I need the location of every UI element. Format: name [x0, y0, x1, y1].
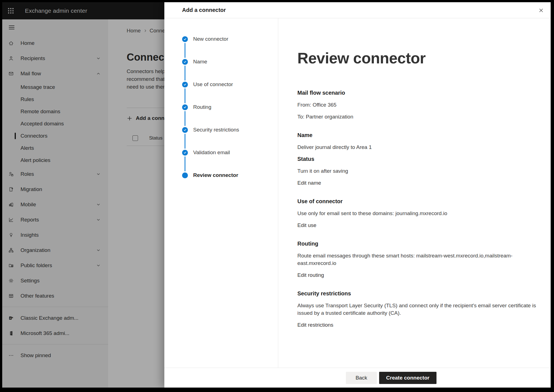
- step-label: Routing: [193, 104, 211, 110]
- back-button[interactable]: Back: [346, 372, 377, 384]
- review-text: Route email messages through these smart…: [297, 252, 540, 267]
- wizard-step-security-restrictions[interactable]: Security restrictions: [182, 124, 239, 136]
- exchange-admin-app: Exchange admin center HomeRecipientsMail…: [2, 2, 551, 388]
- wizard-step-new-connector[interactable]: New connector: [182, 33, 228, 45]
- step-connector-line: [185, 156, 185, 171]
- step-label: Name: [193, 59, 207, 65]
- section-header-status: Status: [297, 155, 540, 163]
- step-completed-check-icon: [182, 59, 188, 65]
- screen-frame: Exchange admin center HomeRecipientsMail…: [0, 0, 554, 392]
- wizard-step-routing[interactable]: Routing: [182, 101, 211, 113]
- section-header-routing: Routing: [297, 240, 540, 247]
- step-connector-line: [185, 134, 185, 149]
- step-completed-check-icon: [182, 104, 188, 110]
- section-gap: [297, 283, 540, 290]
- wizard-step-review-connector[interactable]: Review connector: [182, 169, 238, 181]
- step-connector-line: [185, 66, 185, 81]
- section-gap: [297, 233, 540, 240]
- step-label: New connector: [193, 36, 228, 42]
- edit-routing-link[interactable]: Edit routing: [297, 271, 540, 279]
- section-gap: [297, 125, 540, 131]
- review-text: Turn it on after saving: [297, 167, 540, 175]
- dialog-title: Add a connector: [182, 7, 226, 13]
- step-label: Security restrictions: [193, 127, 239, 133]
- step-completed-check-icon: [182, 150, 188, 156]
- step-completed-check-icon: [182, 82, 188, 87]
- review-heading: Review connector: [297, 49, 540, 67]
- step-label: Review connector: [193, 172, 238, 178]
- step-connector-line: [185, 43, 185, 58]
- section-header-use-of-connector: Use of connector: [297, 198, 540, 205]
- dialog-footer: Back Create connector: [164, 368, 551, 388]
- review-text: From: Office 365: [297, 101, 540, 109]
- wizard-step-validation-email[interactable]: Validation email: [182, 147, 230, 158]
- edit-restrictions-link[interactable]: Edit restrictions: [297, 321, 540, 329]
- step-connector-line: [185, 88, 185, 103]
- wizard-steps-panel: New connectorNameUse of connectorRouting…: [164, 18, 278, 368]
- wizard-step-name[interactable]: Name: [182, 56, 207, 68]
- section-header-mail-flow-scenario: Mail flow scenario: [297, 89, 540, 97]
- step-label: Validation email: [193, 149, 230, 156]
- dialog-header: Add a connector: [164, 2, 551, 18]
- dialog-body: New connectorNameUse of connectorRouting…: [164, 18, 551, 368]
- create-connector-button[interactable]: Create connector: [379, 372, 436, 384]
- review-content: Review connector Mail flow scenarioFrom:…: [279, 18, 551, 368]
- section-header-security-restrictions: Security restrictions: [297, 290, 540, 297]
- section-gap: [297, 191, 540, 198]
- review-text: Deliver journal directly to Area 1: [297, 143, 540, 151]
- close-icon: [538, 7, 544, 13]
- review-text: To: Partner organization: [297, 113, 540, 120]
- step-completed-check-icon: [182, 36, 188, 42]
- review-text: Always use Transport Layer Security (TLS…: [297, 302, 540, 317]
- review-text: Use only for email sent to these domains…: [297, 210, 540, 217]
- wizard-step-use-of-connector[interactable]: Use of connector: [182, 79, 233, 90]
- section-header-name: Name: [297, 131, 540, 139]
- edit-name-link[interactable]: Edit name: [297, 179, 540, 187]
- step-connector-line: [185, 111, 185, 126]
- add-connector-dialog: Add a connector New connectorNameUse of …: [164, 2, 551, 388]
- step-label: Use of connector: [193, 81, 233, 87]
- edit-use-link[interactable]: Edit use: [297, 221, 540, 229]
- step-completed-check-icon: [182, 127, 188, 133]
- close-dialog-button[interactable]: [536, 6, 546, 15]
- review-sections: Mail flow scenarioFrom: Office 365To: Pa…: [297, 89, 540, 329]
- step-current-dot-icon: [182, 172, 188, 178]
